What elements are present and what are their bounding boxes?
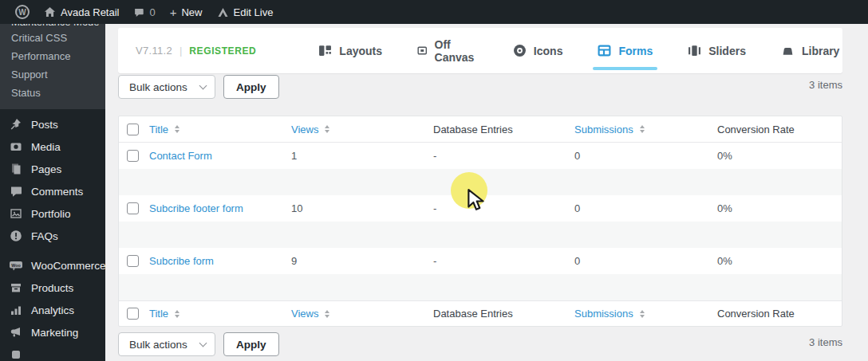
sliders-icon	[688, 44, 701, 57]
form-title-link[interactable]: Contact Form	[149, 150, 212, 162]
sidebar-item-label: Critical CSS	[11, 32, 67, 44]
comments-badge[interactable]: 0	[126, 0, 162, 24]
table-footer-row: Title Views Database Entries Submissions…	[119, 300, 842, 326]
views-value: 10	[282, 202, 424, 214]
edit-live-label: Edit Live	[234, 6, 274, 18]
column-footer-submissions[interactable]: Submissions	[565, 308, 708, 320]
form-title-link[interactable]: Subcribe footer form	[149, 202, 243, 214]
sort-icon	[175, 310, 180, 318]
wp-admin-bar: W Avada Retail 0 + New Edit Live	[0, 0, 868, 24]
tab-forms[interactable]: Forms	[580, 28, 670, 73]
column-footer-views[interactable]: Views	[282, 308, 424, 320]
bulk-actions-label: Bulk actions	[129, 81, 187, 93]
wp-logo-menu[interactable]: W	[8, 0, 37, 24]
faq-icon	[9, 230, 23, 242]
bulk-actions-select[interactable]: Bulk actions	[118, 75, 215, 99]
new-content-menu[interactable]: + New	[163, 0, 210, 24]
column-header-title[interactable]: Title	[140, 124, 282, 135]
sidebar-item-media[interactable]: Media	[0, 135, 105, 158]
submissions-value: 0	[565, 150, 708, 162]
row-checkbox[interactable]	[127, 255, 139, 267]
sidebar-item-pages[interactable]: Pages	[0, 158, 105, 180]
sort-icon	[640, 125, 645, 133]
sort-icon	[175, 125, 180, 133]
database-entries-value: -	[424, 202, 565, 214]
column-header-submissions[interactable]: Submissions	[565, 124, 708, 135]
select-all-checkbox[interactable]	[127, 308, 139, 320]
edit-live-link[interactable]: Edit Live	[210, 0, 281, 24]
tab-label: Off Canvas	[435, 38, 478, 64]
sidebar-item-clipped[interactable]	[0, 343, 105, 361]
sidebar-item-critical-css[interactable]: Critical CSS	[0, 29, 105, 47]
tab-label: Library	[802, 45, 839, 57]
sidebar-item-label: WooCommerce	[31, 260, 106, 272]
avada-tabs: Layouts Off Canvas Icons Forms Sliders L…	[301, 28, 857, 73]
off-canvas-icon	[417, 44, 427, 57]
plus-icon: +	[170, 6, 177, 18]
select-all-checkbox[interactable]	[127, 124, 139, 135]
woocommerce-icon: Woo	[9, 259, 23, 272]
sidebar-item-faqs[interactable]: FAQs	[0, 225, 105, 247]
row-checkbox[interactable]	[127, 150, 139, 162]
sidebar-item-analytics[interactable]: Analytics	[0, 299, 105, 321]
table-header-row: Title Views Database Entries Submissions…	[119, 116, 842, 143]
comments-icon	[9, 185, 23, 198]
sidebar-item-woocommerce[interactable]: Woo WooCommerce	[0, 254, 105, 277]
tab-icons[interactable]: Icons	[495, 28, 581, 73]
tab-sliders[interactable]: Sliders	[670, 28, 763, 73]
table-row: Contact Form 1 - 0 0%	[119, 143, 842, 169]
items-count: 3 items	[809, 336, 842, 348]
tab-label: Forms	[618, 45, 653, 57]
submissions-value: 0	[565, 202, 708, 214]
analytics-icon	[9, 304, 23, 316]
views-value: 9	[282, 255, 424, 267]
form-title-link[interactable]: Subcribe form	[149, 255, 214, 267]
license-status-badge: REGISTERED	[189, 45, 256, 57]
conversion-rate-value: 0%	[708, 202, 842, 214]
column-footer-title[interactable]: Title	[140, 308, 282, 320]
pushpin-icon	[9, 118, 23, 131]
site-name-link[interactable]: Avada Retail	[37, 0, 126, 24]
apply-button[interactable]: Apply	[223, 332, 279, 356]
sidebar-item-portfolio[interactable]: Portfolio	[0, 202, 105, 225]
main-content: V7.11.2 | REGISTERED Layouts Off Canvas …	[105, 0, 868, 361]
row-checkbox[interactable]	[127, 202, 139, 214]
database-entries-value: -	[424, 150, 565, 162]
site-name-label: Avada Retail	[61, 6, 119, 18]
sidebar-item-label: Products	[31, 282, 73, 294]
column-header-views[interactable]: Views	[282, 124, 424, 135]
sidebar-item-status[interactable]: Status	[0, 84, 105, 102]
admin-menu: Posts Media Pages Comments Portfolio FAQ…	[0, 108, 105, 361]
megaphone-icon	[9, 326, 23, 339]
tab-library[interactable]: Library	[763, 28, 857, 73]
forms-icon	[598, 44, 611, 57]
sidebar-item-marketing[interactable]: Marketing	[0, 321, 105, 343]
version-label: V7.11.2	[136, 45, 172, 57]
sidebar-item-performance[interactable]: Performance	[0, 47, 105, 65]
sidebar-item-label: FAQs	[31, 230, 58, 242]
home-icon	[44, 6, 56, 18]
media-icon	[9, 140, 23, 153]
pages-icon	[9, 163, 23, 175]
avada-submenu: Maintenance Mode Critical CSS Performanc…	[0, 24, 105, 109]
sidebar-item-posts[interactable]: Posts	[0, 113, 105, 135]
apply-button[interactable]: Apply	[223, 75, 279, 99]
tab-layouts[interactable]: Layouts	[301, 28, 400, 73]
portfolio-icon	[9, 207, 23, 220]
sidebar-item-label: Support	[11, 69, 48, 80]
sidebar-item-products[interactable]: Products	[0, 277, 105, 299]
tab-off-canvas[interactable]: Off Canvas	[400, 28, 495, 73]
tab-label: Layouts	[339, 45, 382, 57]
comments-count: 0	[149, 6, 155, 18]
mouse-cursor-icon	[466, 188, 487, 214]
bulk-actions-select[interactable]: Bulk actions	[118, 332, 215, 356]
chevron-down-icon	[199, 339, 207, 347]
tab-label: Sliders	[708, 45, 746, 57]
views-value: 1	[282, 150, 424, 162]
sidebar-item-support[interactable]: Support	[0, 65, 105, 84]
menu-separator	[0, 247, 105, 254]
admin-sidebar: Maintenance Mode Critical CSS Performanc…	[0, 0, 105, 361]
sidebar-item-comments[interactable]: Comments	[0, 180, 105, 202]
sort-icon	[325, 125, 329, 133]
list-toolbar-top: Bulk actions Apply 3 items	[118, 75, 842, 99]
